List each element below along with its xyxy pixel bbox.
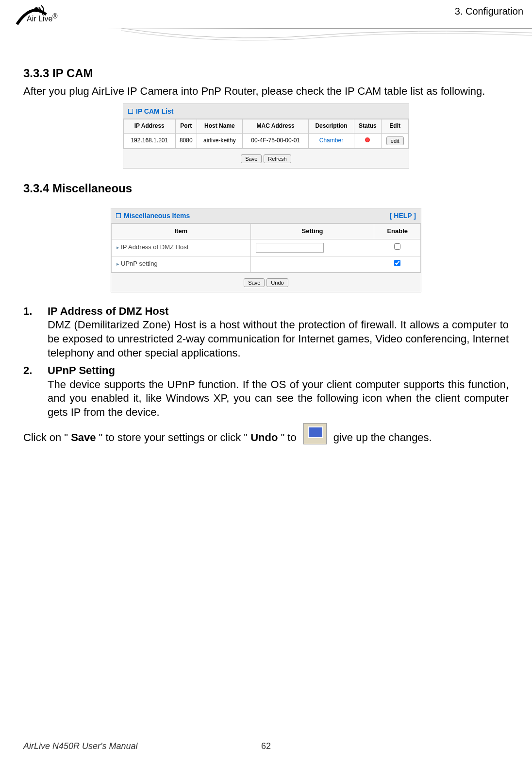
dmz-enable-checkbox[interactable] xyxy=(394,243,400,250)
list-item: 2. UPnP Setting The device supports the … xyxy=(23,364,509,419)
section-misc-title: 3.3.4 Miscellaneous xyxy=(23,181,509,196)
list-number: 1. xyxy=(23,305,48,360)
final-save: Save xyxy=(71,431,96,445)
col-desc: Description xyxy=(309,119,354,133)
status-dot-icon xyxy=(365,137,370,142)
refresh-button[interactable]: Refresh xyxy=(264,154,291,163)
col-edit: Edit xyxy=(382,119,409,133)
col-host: Host Name xyxy=(197,119,242,133)
list-text-upnp: The device supports the UPnP function. I… xyxy=(48,378,509,418)
edit-button[interactable]: edit xyxy=(386,136,404,145)
footer-page-number: 62 xyxy=(261,741,271,751)
table-header-row: Item Setting Enable xyxy=(112,223,421,239)
upnp-enable-checkbox[interactable] xyxy=(394,260,400,266)
save-button[interactable]: Save xyxy=(241,154,262,163)
cell-status xyxy=(354,133,382,148)
cell-port: 8080 xyxy=(175,133,197,148)
box-icon xyxy=(128,109,133,114)
list-number: 2. xyxy=(23,364,48,419)
misc-panel-title-text: Miscellaneous Items xyxy=(124,211,190,220)
help-link[interactable]: [ HELP ] xyxy=(390,211,416,220)
list-heading-dmz: IP Address of DMZ Host xyxy=(48,305,168,317)
list-text-dmz: DMZ (Demilitarized Zone) Host is a host … xyxy=(48,319,509,358)
final-text-c: " to xyxy=(281,431,296,445)
ipcam-panel-title: IP CAM List xyxy=(123,104,409,119)
list-body: UPnP Setting The device supports the UPn… xyxy=(48,364,509,419)
cell-enable-dmz xyxy=(374,239,421,256)
cell-edit: edit xyxy=(382,133,409,148)
list-body: IP Address of DMZ Host DMZ (Demilitarize… xyxy=(48,305,509,360)
misc-panel-title: Miscellaneous Items [ HELP ] xyxy=(111,208,421,223)
undo-button[interactable]: Undo xyxy=(266,278,288,287)
cell-mac: 00-4F-75-00-00-01 xyxy=(242,133,308,148)
cell-host: airlive-keithy xyxy=(197,133,242,148)
cell-ip: 192.168.1.201 xyxy=(124,133,176,148)
misc-panel-footer: Save Undo xyxy=(111,272,421,292)
ipcam-panel: IP CAM List IP Address Port Host Name MA… xyxy=(123,103,409,169)
save-button[interactable]: Save xyxy=(244,278,265,287)
table-header-row: IP Address Port Host Name MAC Address De… xyxy=(124,119,409,133)
page-footer: AirLive N450R User's Manual 62 xyxy=(23,741,509,751)
cell-enable-upnp xyxy=(374,256,421,272)
final-text-b: " to store your settings or click " xyxy=(99,431,248,445)
table-row: UPnP setting xyxy=(112,256,421,272)
col-ip: IP Address xyxy=(124,119,176,133)
ipcam-panel-footer: Save Refresh xyxy=(123,149,409,168)
col-setting: Setting xyxy=(250,223,374,239)
cell-setting-dmz xyxy=(250,239,374,256)
misc-table: Item Setting Enable IP Address of DMZ Ho… xyxy=(111,223,421,272)
final-text-d: give up the changes. xyxy=(333,431,432,445)
upnp-device-icon xyxy=(303,423,327,444)
logo-arc-icon xyxy=(15,0,49,29)
cell-setting-upnp xyxy=(250,256,374,272)
final-undo: Undo xyxy=(250,431,278,445)
registered-icon: ® xyxy=(52,12,57,20)
ipcam-panel-title-text: IP CAM List xyxy=(136,107,174,116)
col-item: Item xyxy=(112,223,251,239)
col-mac: MAC Address xyxy=(242,119,308,133)
list-section: 1. IP Address of DMZ Host DMZ (Demilitar… xyxy=(23,305,509,445)
list-heading-upnp: UPnP Setting xyxy=(48,364,115,376)
table-row: IP Address of DMZ Host xyxy=(112,239,421,256)
ipcam-intro: After you plug AirLive IP Camera into Pn… xyxy=(23,85,509,99)
cell-desc-link[interactable]: Chamber xyxy=(309,133,354,148)
ipcam-table: IP Address Port Host Name MAC Address De… xyxy=(123,119,409,149)
box-icon xyxy=(116,213,121,218)
list-item: 1. IP Address of DMZ Host DMZ (Demilitar… xyxy=(23,305,509,360)
dmz-host-input[interactable] xyxy=(256,243,324,253)
col-port: Port xyxy=(175,119,197,133)
svg-point-0 xyxy=(34,7,39,12)
header-curve-icon xyxy=(121,28,532,45)
cell-item-upnp: UPnP setting xyxy=(112,256,251,272)
final-text-a: Click on " xyxy=(23,431,68,445)
cell-item-dmz: IP Address of DMZ Host xyxy=(112,239,251,256)
misc-panel: Miscellaneous Items [ HELP ] Item Settin… xyxy=(111,208,421,292)
page-content: 3.3.3 IP CAM After you plug AirLive IP C… xyxy=(0,51,532,444)
col-status: Status xyxy=(354,119,382,133)
page-header: Air Live® 3. Configuration xyxy=(0,0,532,51)
chapter-label: 3. Configuration xyxy=(455,6,523,17)
section-ipcam-title: 3.3.3 IP CAM xyxy=(23,66,509,81)
table-row: 192.168.1.201 8080 airlive-keithy 00-4F-… xyxy=(124,133,409,148)
final-instruction: Click on "Save" to store your settings o… xyxy=(23,423,509,444)
col-enable: Enable xyxy=(374,223,421,239)
